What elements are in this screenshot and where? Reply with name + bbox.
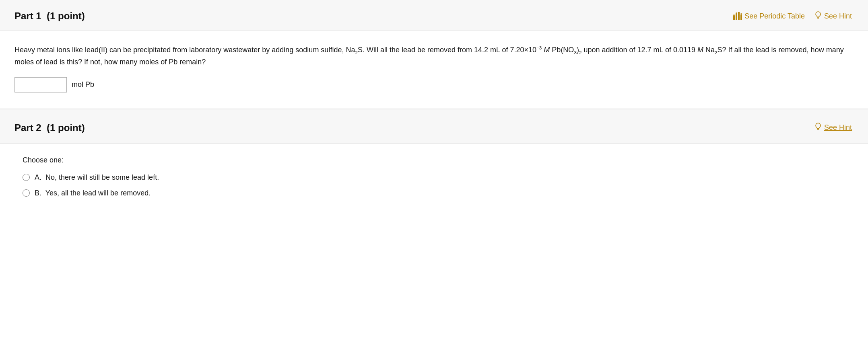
- periodic-table-svg: [733, 12, 742, 20]
- mol-pb-input[interactable]: [14, 77, 67, 92]
- part1-header: Part 1 (1 point) Se: [0, 0, 868, 31]
- svg-rect-8: [817, 17, 819, 18]
- hint-label-part2: See Hint: [824, 122, 852, 133]
- option-a-radio[interactable]: [23, 174, 30, 181]
- option-b-label[interactable]: B. Yes, all the lead will be removed.: [35, 188, 151, 199]
- option-b-row: B. Yes, all the lead will be removed.: [23, 188, 854, 199]
- part1-header-actions: See Periodic Table See Hint: [733, 11, 852, 22]
- part1-answer-row: mol Pb: [14, 77, 854, 92]
- part1-points: (1 point): [47, 10, 85, 21]
- svg-point-5: [736, 12, 737, 14]
- svg-point-7: [740, 13, 742, 15]
- svg-rect-10: [817, 128, 819, 129]
- svg-rect-1: [736, 14, 737, 20]
- part2-title: Part 2 (1 point): [14, 121, 85, 135]
- svg-rect-9: [817, 17, 819, 18]
- part2-header-actions: See Hint: [814, 122, 852, 133]
- bulb-svg-part2: [814, 123, 822, 131]
- hint-bulb-icon-part2: [814, 123, 822, 133]
- see-periodic-table-link[interactable]: See Periodic Table: [733, 11, 805, 22]
- part1-title: Part 1 (1 point): [14, 9, 85, 23]
- periodic-table-label: See Periodic Table: [744, 11, 805, 22]
- part2-content: Choose one: A. No, there will still be s…: [0, 144, 868, 220]
- see-hint-link-part1[interactable]: See Hint: [814, 11, 852, 22]
- svg-point-4: [733, 14, 735, 16]
- option-a-label[interactable]: A. No, there will still be some lead lef…: [35, 172, 159, 183]
- svg-rect-3: [740, 15, 742, 20]
- svg-rect-2: [738, 12, 740, 20]
- part2-points: (1 point): [47, 122, 85, 133]
- hint-label-part1: See Hint: [824, 11, 852, 22]
- part1-title-text: Part 1: [14, 10, 41, 21]
- svg-rect-11: [817, 129, 819, 130]
- see-hint-link-part2[interactable]: See Hint: [814, 122, 852, 133]
- mol-pb-unit: mol Pb: [72, 79, 94, 90]
- hint-bulb-icon-part1: [814, 11, 822, 21]
- option-b-radio[interactable]: [23, 189, 30, 197]
- part2-title-text: Part 2: [14, 122, 41, 133]
- choose-one-label: Choose one:: [23, 155, 854, 166]
- part1-question-text: Heavy metal ions like lead(II) can be pr…: [14, 44, 854, 68]
- page-container: Part 1 (1 point) Se: [0, 0, 868, 345]
- part1-content: Heavy metal ions like lead(II) can be pr…: [0, 31, 868, 109]
- part2-header: Part 2 (1 point) See Hint: [0, 109, 868, 144]
- option-a-row: A. No, there will still be some lead lef…: [23, 172, 854, 183]
- periodic-table-icon: [733, 12, 742, 20]
- bulb-svg-part1: [814, 11, 822, 20]
- svg-rect-0: [733, 16, 735, 20]
